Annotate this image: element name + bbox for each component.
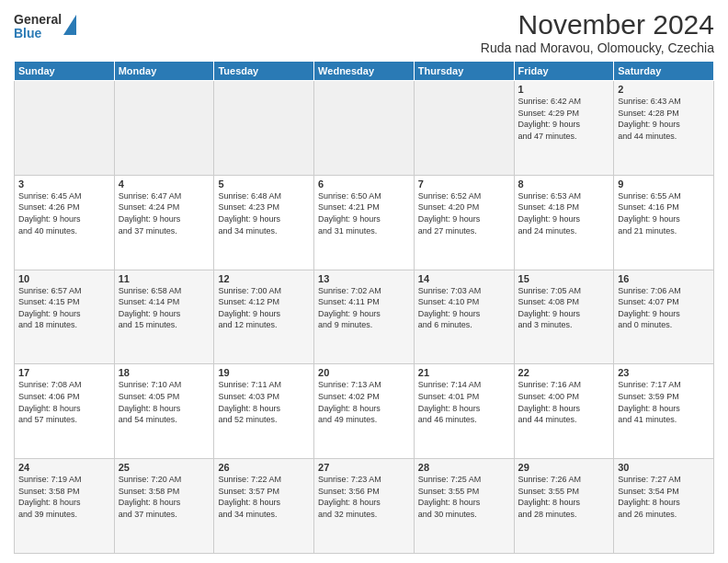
table-row: 14Sunrise: 7:03 AM Sunset: 4:10 PM Dayli… xyxy=(414,270,514,364)
calendar: Sunday Monday Tuesday Wednesday Thursday… xyxy=(14,61,714,554)
day-number: 14 xyxy=(418,273,510,284)
calendar-header-row: Sunday Monday Tuesday Wednesday Thursday… xyxy=(15,62,714,81)
day-info: Sunrise: 7:25 AM Sunset: 3:55 PM Dayligh… xyxy=(418,474,510,520)
day-info: Sunrise: 7:00 AM Sunset: 4:12 PM Dayligh… xyxy=(218,285,310,331)
table-row: 22Sunrise: 7:16 AM Sunset: 4:00 PM Dayli… xyxy=(514,364,614,459)
day-number: 2 xyxy=(618,84,710,95)
day-number: 19 xyxy=(218,367,310,378)
calendar-week-row: 10Sunrise: 6:57 AM Sunset: 4:15 PM Dayli… xyxy=(15,270,714,364)
day-info: Sunrise: 7:11 AM Sunset: 4:03 PM Dayligh… xyxy=(218,379,310,425)
day-info: Sunrise: 7:05 AM Sunset: 4:08 PM Dayligh… xyxy=(518,285,610,331)
table-row: 30Sunrise: 7:27 AM Sunset: 3:54 PM Dayli… xyxy=(614,459,714,554)
day-info: Sunrise: 7:06 AM Sunset: 4:07 PM Dayligh… xyxy=(618,285,710,331)
calendar-week-row: 24Sunrise: 7:19 AM Sunset: 3:58 PM Dayli… xyxy=(15,459,714,554)
col-sunday: Sunday xyxy=(15,62,115,81)
day-info: Sunrise: 6:43 AM Sunset: 4:28 PM Dayligh… xyxy=(618,96,710,142)
day-number: 16 xyxy=(618,273,710,284)
table-row: 24Sunrise: 7:19 AM Sunset: 3:58 PM Dayli… xyxy=(15,459,115,554)
day-info: Sunrise: 7:02 AM Sunset: 4:11 PM Dayligh… xyxy=(318,285,410,331)
day-number: 22 xyxy=(518,367,610,378)
day-number: 17 xyxy=(18,367,110,378)
day-number: 6 xyxy=(318,178,410,190)
table-row: 28Sunrise: 7:25 AM Sunset: 3:55 PM Dayli… xyxy=(414,459,514,554)
day-info: Sunrise: 7:08 AM Sunset: 4:06 PM Dayligh… xyxy=(18,379,110,425)
day-number: 15 xyxy=(518,273,610,284)
day-info: Sunrise: 6:58 AM Sunset: 4:14 PM Dayligh… xyxy=(119,285,210,331)
day-number: 5 xyxy=(218,178,310,190)
day-info: Sunrise: 7:23 AM Sunset: 3:56 PM Dayligh… xyxy=(318,474,410,520)
day-info: Sunrise: 7:19 AM Sunset: 3:58 PM Dayligh… xyxy=(18,474,110,520)
day-number: 25 xyxy=(119,462,210,473)
logo: General Blue xyxy=(14,13,76,41)
day-info: Sunrise: 6:48 AM Sunset: 4:23 PM Dayligh… xyxy=(218,190,310,236)
day-info: Sunrise: 6:47 AM Sunset: 4:24 PM Dayligh… xyxy=(119,190,210,236)
day-number: 1 xyxy=(518,84,610,95)
table-row: 21Sunrise: 7:14 AM Sunset: 4:01 PM Dayli… xyxy=(414,364,514,459)
logo-triangle-icon xyxy=(63,15,76,35)
day-info: Sunrise: 6:55 AM Sunset: 4:16 PM Dayligh… xyxy=(618,190,710,236)
day-info: Sunrise: 7:17 AM Sunset: 3:59 PM Dayligh… xyxy=(618,379,710,425)
day-info: Sunrise: 6:52 AM Sunset: 4:20 PM Dayligh… xyxy=(418,190,510,236)
table-row: 1Sunrise: 6:42 AM Sunset: 4:29 PM Daylig… xyxy=(514,81,614,176)
table-row xyxy=(314,81,415,176)
day-number: 27 xyxy=(318,462,410,473)
logo-general: General xyxy=(14,13,62,27)
calendar-week-row: 3Sunrise: 6:45 AM Sunset: 4:26 PM Daylig… xyxy=(15,175,714,270)
table-row xyxy=(114,81,214,176)
table-row: 29Sunrise: 7:26 AM Sunset: 3:55 PM Dayli… xyxy=(514,459,614,554)
day-number: 7 xyxy=(418,178,510,190)
day-info: Sunrise: 7:10 AM Sunset: 4:05 PM Dayligh… xyxy=(119,379,210,425)
table-row: 3Sunrise: 6:45 AM Sunset: 4:26 PM Daylig… xyxy=(15,175,115,270)
day-number: 24 xyxy=(18,462,110,473)
day-info: Sunrise: 6:45 AM Sunset: 4:26 PM Dayligh… xyxy=(18,190,110,236)
day-number: 4 xyxy=(119,178,210,190)
day-info: Sunrise: 7:20 AM Sunset: 3:58 PM Dayligh… xyxy=(119,474,210,520)
col-saturday: Saturday xyxy=(614,62,714,81)
table-row: 13Sunrise: 7:02 AM Sunset: 4:11 PM Dayli… xyxy=(314,270,415,364)
table-row: 5Sunrise: 6:48 AM Sunset: 4:23 PM Daylig… xyxy=(214,175,314,270)
day-number: 21 xyxy=(418,367,510,378)
table-row: 12Sunrise: 7:00 AM Sunset: 4:12 PM Dayli… xyxy=(214,270,314,364)
day-info: Sunrise: 7:14 AM Sunset: 4:01 PM Dayligh… xyxy=(418,379,510,425)
title-section: November 2024 Ruda nad Moravou, Olomouck… xyxy=(481,9,714,55)
day-number: 8 xyxy=(518,178,610,190)
table-row: 25Sunrise: 7:20 AM Sunset: 3:58 PM Dayli… xyxy=(114,459,214,554)
location: Ruda nad Moravou, Olomoucky, Czechia xyxy=(481,40,714,55)
day-info: Sunrise: 7:27 AM Sunset: 3:54 PM Dayligh… xyxy=(618,474,710,520)
page: General Blue November 2024 Ruda nad Mora… xyxy=(0,0,728,563)
day-number: 10 xyxy=(18,273,110,284)
logo-blue: Blue xyxy=(14,27,62,40)
col-thursday: Thursday xyxy=(414,62,514,81)
table-row: 16Sunrise: 7:06 AM Sunset: 4:07 PM Dayli… xyxy=(614,270,714,364)
table-row: 19Sunrise: 7:11 AM Sunset: 4:03 PM Dayli… xyxy=(214,364,314,459)
day-info: Sunrise: 6:50 AM Sunset: 4:21 PM Dayligh… xyxy=(318,190,410,236)
col-friday: Friday xyxy=(514,62,614,81)
col-monday: Monday xyxy=(114,62,214,81)
table-row: 17Sunrise: 7:08 AM Sunset: 4:06 PM Dayli… xyxy=(15,364,115,459)
table-row: 15Sunrise: 7:05 AM Sunset: 4:08 PM Dayli… xyxy=(514,270,614,364)
table-row: 8Sunrise: 6:53 AM Sunset: 4:18 PM Daylig… xyxy=(514,175,614,270)
day-info: Sunrise: 7:03 AM Sunset: 4:10 PM Dayligh… xyxy=(418,285,510,331)
day-info: Sunrise: 6:42 AM Sunset: 4:29 PM Dayligh… xyxy=(518,96,610,142)
table-row xyxy=(414,81,514,176)
calendar-week-row: 17Sunrise: 7:08 AM Sunset: 4:06 PM Dayli… xyxy=(15,364,714,459)
table-row: 23Sunrise: 7:17 AM Sunset: 3:59 PM Dayli… xyxy=(614,364,714,459)
table-row: 7Sunrise: 6:52 AM Sunset: 4:20 PM Daylig… xyxy=(414,175,514,270)
col-wednesday: Wednesday xyxy=(314,62,415,81)
table-row: 26Sunrise: 7:22 AM Sunset: 3:57 PM Dayli… xyxy=(214,459,314,554)
day-info: Sunrise: 7:26 AM Sunset: 3:55 PM Dayligh… xyxy=(518,474,610,520)
table-row: 4Sunrise: 6:47 AM Sunset: 4:24 PM Daylig… xyxy=(114,175,214,270)
table-row: 20Sunrise: 7:13 AM Sunset: 4:02 PM Dayli… xyxy=(314,364,415,459)
day-info: Sunrise: 7:13 AM Sunset: 4:02 PM Dayligh… xyxy=(318,379,410,425)
table-row xyxy=(214,81,314,176)
day-info: Sunrise: 6:57 AM Sunset: 4:15 PM Dayligh… xyxy=(18,285,110,331)
day-number: 20 xyxy=(318,367,410,378)
table-row: 18Sunrise: 7:10 AM Sunset: 4:05 PM Dayli… xyxy=(114,364,214,459)
day-number: 13 xyxy=(318,273,410,284)
table-row: 10Sunrise: 6:57 AM Sunset: 4:15 PM Dayli… xyxy=(15,270,115,364)
day-number: 3 xyxy=(18,178,110,190)
table-row: 27Sunrise: 7:23 AM Sunset: 3:56 PM Dayli… xyxy=(314,459,415,554)
day-info: Sunrise: 7:16 AM Sunset: 4:00 PM Dayligh… xyxy=(518,379,610,425)
day-number: 29 xyxy=(518,462,610,473)
day-info: Sunrise: 7:22 AM Sunset: 3:57 PM Dayligh… xyxy=(218,474,310,520)
